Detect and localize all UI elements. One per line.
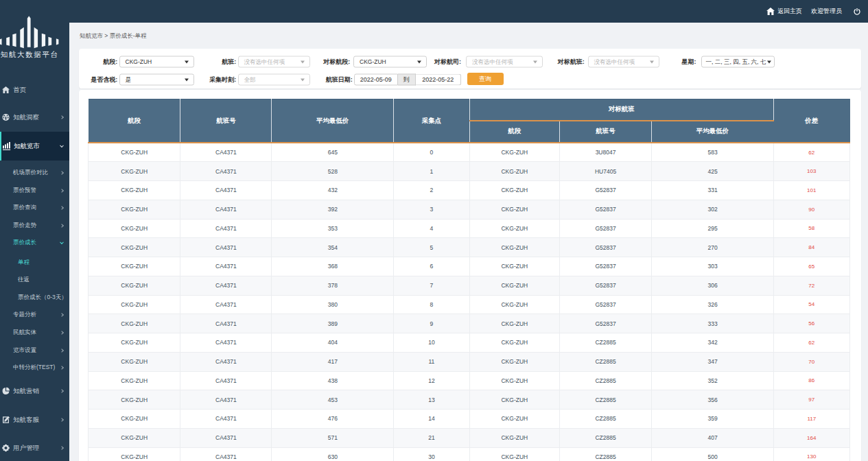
- svg-text:知航大数据平台: 知航大数据平台: [1, 50, 59, 58]
